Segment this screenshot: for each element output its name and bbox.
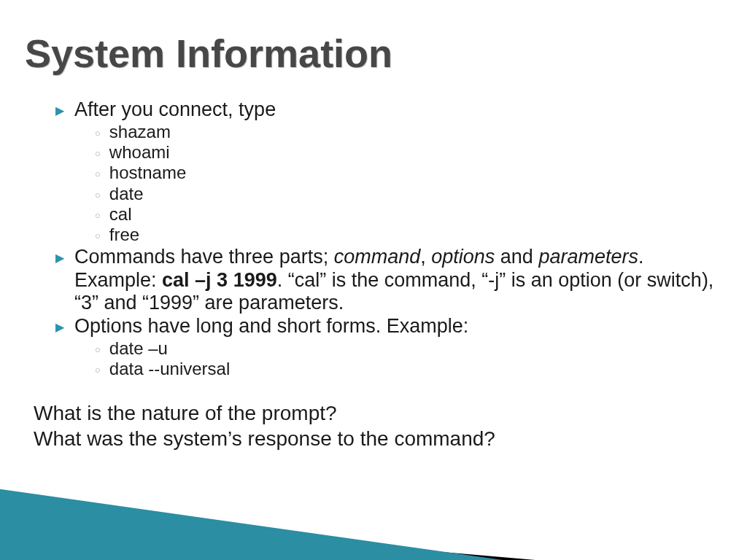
sub-bullet-item: ○date –u bbox=[95, 338, 718, 359]
sub-bullet-item: ○date bbox=[95, 184, 718, 204]
command-text: whoami bbox=[109, 142, 170, 163]
command-text: free bbox=[109, 225, 139, 245]
sub-bullet-item: ○shazam bbox=[95, 122, 718, 142]
slide-content: ▶ After you connect, type ○shazam ○whoam… bbox=[55, 98, 718, 451]
command-text: shazam bbox=[109, 122, 171, 142]
italic-term: command bbox=[334, 246, 421, 268]
option-text: date –u bbox=[109, 338, 168, 359]
slide-title: System Information bbox=[25, 31, 392, 76]
sub-bullet-item: ○hostname bbox=[95, 163, 718, 183]
slide: System Information ▶ After you connect, … bbox=[0, 0, 747, 560]
circle-bullet-icon: ○ bbox=[95, 365, 101, 376]
italic-term: options bbox=[431, 246, 495, 268]
command-text: date bbox=[109, 184, 144, 204]
circle-bullet-icon: ○ bbox=[95, 210, 101, 221]
sub-bullet-item: ○data --universal bbox=[95, 359, 718, 379]
question-text: What is the nature of the prompt? bbox=[34, 400, 718, 426]
triangle-teal-icon bbox=[0, 487, 554, 560]
sub-bullet-item: ○whoami bbox=[95, 142, 718, 163]
option-text: data --universal bbox=[109, 359, 230, 379]
sub-bullet-item: ○free bbox=[95, 225, 718, 245]
text-fragment: and bbox=[495, 246, 538, 268]
circle-bullet-icon: ○ bbox=[95, 148, 101, 159]
circle-bullet-icon: ○ bbox=[95, 168, 101, 179]
circle-bullet-icon: ○ bbox=[95, 190, 101, 201]
bullet-text: Commands have three parts; command, opti… bbox=[74, 246, 718, 316]
questions-block: What is the nature of the prompt? What w… bbox=[34, 400, 718, 451]
circle-bullet-icon: ○ bbox=[95, 344, 101, 355]
text-fragment: Commands have three parts; bbox=[74, 246, 334, 268]
text-fragment: , bbox=[420, 246, 431, 268]
triangle-light-icon bbox=[0, 516, 747, 560]
bullet-text: After you connect, type bbox=[74, 98, 276, 122]
bullet-item: ▶ Options have long and short forms. Exa… bbox=[55, 315, 718, 338]
sub-bullet-item: ○cal bbox=[95, 204, 718, 225]
triangle-bullet-icon: ▶ bbox=[55, 321, 64, 335]
bullet-item: ▶ After you connect, type bbox=[55, 98, 718, 122]
command-text: hostname bbox=[109, 163, 186, 183]
bullet-item: ▶ Commands have three parts; command, op… bbox=[55, 246, 718, 316]
italic-term: parameters bbox=[538, 246, 638, 268]
decorative-footer bbox=[0, 458, 747, 560]
triangle-bullet-icon: ▶ bbox=[55, 104, 64, 118]
command-text: cal bbox=[109, 204, 132, 225]
triangle-black-icon bbox=[0, 513, 620, 560]
question-text: What was the system’s response to the co… bbox=[34, 426, 718, 451]
bullet-text: Options have long and short forms. Examp… bbox=[74, 315, 468, 338]
triangle-bullet-icon: ▶ bbox=[55, 252, 64, 265]
circle-bullet-icon: ○ bbox=[95, 230, 101, 241]
circle-bullet-icon: ○ bbox=[95, 128, 101, 139]
bold-example: cal –j 3 1999 bbox=[162, 269, 277, 291]
